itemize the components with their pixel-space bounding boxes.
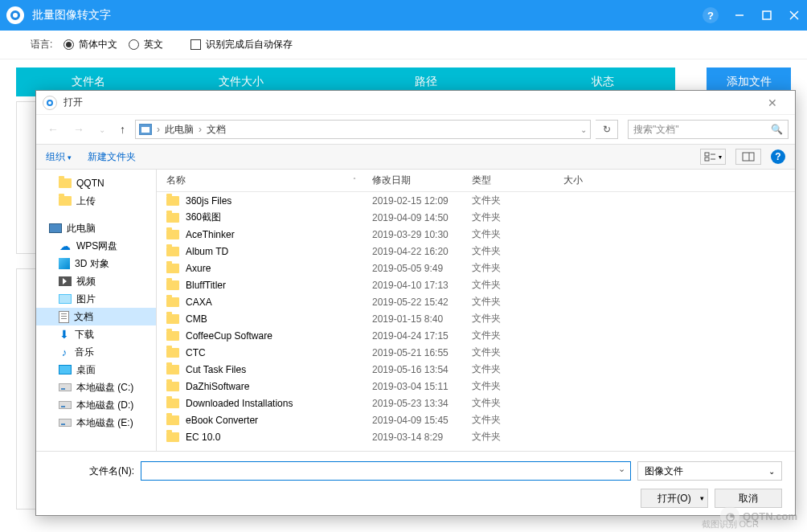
file-type-filter[interactable]: 图像文件 ⌄ — [637, 461, 782, 481]
preview-pane-button[interactable] — [735, 149, 761, 165]
nav-up-icon[interactable]: ↑ — [115, 123, 130, 136]
folder-icon — [166, 196, 179, 206]
file-row[interactable]: 360js Files2019-02-15 12:09文件夹 — [157, 192, 795, 209]
tree-item-disk-e[interactable]: 本地磁盘 (E:) — [36, 414, 156, 432]
breadcrumb-item-docs[interactable]: 文档 — [207, 123, 226, 137]
folder-icon — [166, 365, 179, 374]
file-row[interactable]: Axure2019-05-05 9:49文件夹 — [157, 260, 795, 276]
cube-icon — [59, 258, 70, 269]
minimize-button[interactable] — [733, 9, 746, 22]
picture-icon — [59, 294, 72, 304]
folder-icon — [166, 382, 179, 391]
file-row[interactable]: AceThinker2019-03-29 10:30文件夹 — [157, 226, 795, 243]
nav-history-icon[interactable]: ⌄ — [94, 125, 110, 134]
radio-lang-en[interactable]: 英文 — [129, 38, 163, 51]
tree-item-disk-d[interactable]: 本地磁盘 (D:) — [36, 396, 156, 414]
column-date[interactable]: 修改日期 — [372, 174, 472, 187]
dialog-titlebar: 打开 ✕ — [36, 91, 795, 115]
app-title: 批量图像转文字 — [32, 8, 703, 23]
folder-icon — [59, 196, 72, 206]
tree-item-video[interactable]: 视频 — [36, 272, 156, 290]
cancel-button[interactable]: 取消 — [715, 489, 782, 508]
folder-icon — [166, 314, 179, 324]
checkbox-autosave[interactable]: 识别完成后自动保存 — [190, 38, 293, 51]
radio-label-en: 英文 — [144, 38, 163, 51]
file-rows[interactable]: 360js Files2019-02-15 12:09文件夹360截图2019-… — [157, 192, 795, 451]
tree-item-downloads[interactable]: ⬇下载 — [36, 325, 156, 343]
svg-rect-5 — [705, 158, 709, 161]
search-icon: 🔍 — [771, 124, 783, 135]
cloud-icon: ☁ — [59, 241, 72, 251]
file-row[interactable]: CMB2019-01-15 8:40文件夹 — [157, 310, 795, 327]
file-open-dialog: 打开 ✕ ← → ⌄ ↑ › 此电脑 › 文档 ⌄ ↻ 搜索"文档" 🔍 组织 … — [35, 90, 796, 516]
tree-item-upload[interactable]: 上传 — [36, 192, 156, 210]
file-row[interactable]: BluffTitler2019-04-10 17:13文件夹 — [157, 276, 795, 293]
refresh-button[interactable]: ↻ — [596, 120, 618, 139]
chevron-right-icon: › — [199, 124, 202, 135]
column-size[interactable]: 大小 — [563, 174, 628, 187]
folder-icon — [166, 432, 179, 442]
nav-back-icon[interactable]: ← — [43, 123, 63, 136]
dialog-logo-icon — [43, 96, 57, 110]
file-list: 名称˄ 修改日期 类型 大小 360js Files2019-02-15 12:… — [157, 170, 795, 451]
maximize-button[interactable] — [760, 9, 773, 22]
search-input[interactable]: 搜索"文档" 🔍 — [628, 120, 789, 139]
breadcrumb[interactable]: › 此电脑 › 文档 ⌄ — [135, 120, 591, 139]
tree-item-pictures[interactable]: 图片 — [36, 290, 156, 308]
help-icon[interactable]: ? — [703, 7, 719, 23]
disk-icon — [59, 383, 72, 391]
filename-input[interactable] — [141, 461, 631, 481]
view-mode-button[interactable]: ▾ — [700, 149, 726, 165]
document-icon — [59, 311, 69, 323]
dialog-close-button[interactable]: ✕ — [756, 92, 789, 114]
new-folder-button[interactable]: 新建文件夹 — [88, 150, 136, 164]
disk-icon — [59, 419, 72, 427]
file-row[interactable]: EC 10.02019-03-14 8:29文件夹 — [157, 428, 795, 445]
tree-item-3d[interactable]: 3D 对象 — [36, 255, 156, 272]
folder-icon — [166, 230, 179, 239]
pc-icon — [49, 223, 62, 233]
file-row[interactable]: eBook Converter2019-04-09 15:45文件夹 — [157, 411, 795, 428]
tree-item-wps[interactable]: ☁WPS网盘 — [36, 237, 156, 255]
column-type[interactable]: 类型 — [472, 174, 563, 187]
close-button[interactable] — [788, 9, 801, 22]
file-row[interactable]: DaZhiSoftware2019-03-04 15:11文件夹 — [157, 378, 795, 395]
nav-forward-icon[interactable]: → — [68, 123, 89, 136]
tree-item-documents[interactable]: 文档 — [36, 308, 156, 325]
file-row[interactable]: 360截图2019-04-09 14:50文件夹 — [157, 209, 795, 226]
tree-item-desktop[interactable]: 桌面 — [36, 361, 156, 379]
folder-icon — [166, 415, 179, 425]
filename-label: 文件名(N): — [49, 464, 134, 478]
file-row[interactable]: CTC2019-05-21 16:55文件夹 — [157, 344, 795, 361]
open-button[interactable]: 打开(O)▾ — [641, 489, 708, 508]
search-placeholder: 搜索"文档" — [633, 123, 771, 137]
folder-tree: QQTN 上传 此电脑 ☁WPS网盘 3D 对象 视频 图片 文档 ⬇下载 ♪音… — [36, 170, 157, 451]
file-row[interactable]: CAXA2019-05-22 15:42文件夹 — [157, 293, 795, 310]
tree-item-this-pc[interactable]: 此电脑 — [36, 219, 156, 237]
dialog-title: 打开 — [63, 96, 756, 109]
organize-button[interactable]: 组织 — [46, 150, 72, 164]
folder-icon — [166, 247, 179, 256]
music-icon: ♪ — [59, 346, 70, 358]
tree-item-qqtn[interactable]: QQTN — [36, 174, 156, 192]
radio-label-zh: 简体中文 — [79, 38, 117, 51]
tree-item-disk-c[interactable]: 本地磁盘 (C:) — [36, 379, 156, 396]
chevron-down-icon[interactable]: ⌄ — [580, 125, 587, 134]
folder-icon — [166, 280, 179, 290]
radio-lang-zh[interactable]: 简体中文 — [63, 38, 117, 51]
folder-icon — [166, 399, 179, 408]
options-toolbar: 语言: 简体中文 英文 识别完成后自动保存 — [0, 31, 807, 59]
tree-item-music[interactable]: ♪音乐 — [36, 343, 156, 361]
dialog-help-icon[interactable]: ? — [771, 149, 785, 164]
file-row[interactable]: CoffeeCup Software2019-04-24 17:15文件夹 — [157, 327, 795, 344]
file-row[interactable]: Album TD2019-04-22 16:20文件夹 — [157, 243, 795, 260]
breadcrumb-item-pc[interactable]: 此电脑 — [165, 123, 194, 137]
app-logo-icon — [6, 6, 24, 24]
dialog-footer: 文件名(N): 图像文件 ⌄ 打开(O)▾ 取消 — [36, 451, 795, 515]
folder-icon — [166, 297, 179, 307]
disk-icon — [59, 401, 72, 409]
file-row[interactable]: Cut Task Files2019-05-16 13:54文件夹 — [157, 361, 795, 378]
dialog-nav: ← → ⌄ ↑ › 此电脑 › 文档 ⌄ ↻ 搜索"文档" 🔍 — [36, 115, 795, 144]
column-name[interactable]: 名称˄ — [166, 174, 372, 187]
file-row[interactable]: Downloaded Installations2019-05-23 13:34… — [157, 395, 795, 411]
